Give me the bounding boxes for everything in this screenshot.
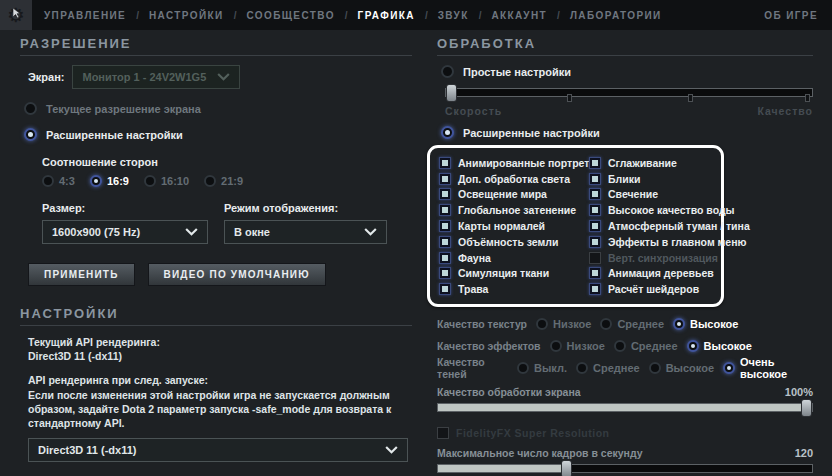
checkbox-row[interactable]: Глобальное затенение: [439, 202, 589, 218]
radio-selected-icon[interactable]: [723, 362, 735, 374]
tab-community[interactable]: СООБЩЕСТВО: [246, 10, 334, 21]
radio-unselected-icon[interactable]: [536, 318, 548, 330]
option-label: Высокое: [666, 362, 714, 374]
checkbox-checked-icon[interactable]: [439, 267, 451, 279]
checkbox-row[interactable]: Свечение: [589, 187, 724, 203]
checkbox-checked-icon[interactable]: [439, 157, 451, 169]
checkbox-label: Эффекты в главном меню: [608, 236, 747, 248]
checkbox-row[interactable]: Фауна: [439, 250, 589, 266]
slider-handle[interactable]: [446, 84, 457, 102]
max-fps-slider[interactable]: [437, 464, 813, 473]
simple-quality-slider[interactable]: [445, 88, 813, 97]
option-high[interactable]: Высокое: [673, 318, 738, 330]
radio-unselected-icon[interactable]: [550, 340, 562, 352]
radio-unselected-icon[interactable]: [144, 175, 156, 187]
tab-options[interactable]: НАСТРОЙКИ: [149, 10, 224, 21]
tab-about[interactable]: ОБ ИГРЕ: [764, 10, 818, 21]
radio-selected-icon[interactable]: [687, 340, 699, 352]
slider-handle[interactable]: [561, 460, 572, 476]
settings-section-title: НАСТРОЙКИ: [20, 306, 412, 326]
checkbox-checked-icon[interactable]: [439, 204, 451, 216]
tab-control[interactable]: УПРАВЛЕНИЕ: [44, 10, 126, 21]
nav-separator: /: [136, 10, 139, 21]
checkbox-row[interactable]: Трава: [439, 281, 589, 297]
checkbox-row[interactable]: Высокое качество воды: [589, 202, 724, 218]
advanced-settings-radio-row[interactable]: Расширенные настройки: [20, 128, 412, 141]
tab-sound[interactable]: ЗВУК: [438, 10, 469, 21]
default-video-button[interactable]: ВИДЕО ПО УМОЛЧАНИЮ: [148, 263, 326, 286]
size-dropdown[interactable]: 1600x900 (75 Hz): [42, 220, 208, 244]
radio-unselected-icon[interactable]: [614, 340, 626, 352]
radio-unselected-icon[interactable]: [517, 362, 529, 374]
aspect-21-9[interactable]: 21:9: [204, 175, 243, 187]
aspect-16-9[interactable]: 16:9: [90, 175, 129, 187]
option-medium[interactable]: Среднее: [600, 318, 664, 330]
simple-quality-slider-block: Скорость Качество: [445, 88, 813, 117]
checkbox-row[interactable]: Атмосферный туман / тина: [589, 218, 724, 234]
checkbox-row[interactable]: Блики: [589, 171, 724, 187]
screen-quality-slider[interactable]: [437, 403, 813, 412]
radio-unselected-icon[interactable]: [24, 102, 37, 115]
radio-unselected-icon[interactable]: [576, 362, 588, 374]
radio-unselected-icon[interactable]: [600, 318, 612, 330]
checkbox-label: Фауна: [458, 252, 491, 264]
option-medium[interactable]: Среднее: [576, 362, 640, 374]
option-low[interactable]: Низкое: [550, 340, 605, 352]
option-off[interactable]: Выкл.: [517, 362, 567, 374]
tab-graphics[interactable]: ГРАФИКА: [358, 10, 415, 21]
radio-unselected-icon[interactable]: [42, 175, 54, 187]
aspect-16-10[interactable]: 16:10: [144, 175, 189, 187]
slider-handle[interactable]: [801, 399, 812, 417]
radio-unselected-icon[interactable]: [204, 175, 216, 187]
checkbox-row[interactable]: Карты нормалей: [439, 218, 589, 234]
apply-button[interactable]: ПРИМЕНИТЬ: [28, 263, 135, 286]
checkbox-checked-icon[interactable]: [439, 252, 451, 264]
checkbox-checked-icon[interactable]: [589, 188, 601, 200]
radio-selected-icon[interactable]: [673, 318, 685, 330]
checkbox-row[interactable]: Доп. обработка света: [439, 171, 589, 187]
option-high[interactable]: Высокое: [687, 340, 752, 352]
checkbox-row[interactable]: Объёмность земли: [439, 234, 589, 250]
checkbox-checked-icon[interactable]: [439, 236, 451, 248]
checkbox-row[interactable]: Анимированные портреты: [439, 155, 589, 171]
fsr-checkbox-row: FidelityFX Super Resolution: [437, 425, 813, 441]
checkbox-row[interactable]: Анимация деревьев: [589, 265, 724, 281]
option-very-high[interactable]: Очень высокое: [723, 356, 813, 380]
aspect-4-3[interactable]: 4:3: [42, 175, 75, 187]
checkbox-checked-icon[interactable]: [589, 236, 601, 248]
option-label: Высокое: [704, 340, 752, 352]
checkbox-row[interactable]: Сглаживание: [589, 155, 724, 171]
advanced-rendering-radio-row[interactable]: Расширенные настройки: [437, 126, 813, 139]
radio-selected-icon[interactable]: [441, 126, 454, 139]
option-low[interactable]: Низкое: [536, 318, 591, 330]
checkbox-row[interactable]: Симуляция ткани: [439, 265, 589, 281]
checkbox-checked-icon[interactable]: [589, 220, 601, 232]
checkbox-checked-icon[interactable]: [589, 157, 601, 169]
radio-selected-icon[interactable]: [90, 175, 102, 187]
checkbox-row[interactable]: Расчёт шейдеров: [589, 281, 724, 297]
radio-unselected-icon[interactable]: [649, 362, 661, 374]
checkbox-checked-icon[interactable]: [439, 188, 451, 200]
advanced-rendering-label: Расширенные настройки: [463, 127, 600, 139]
next-api-dropdown[interactable]: Direct3D 11 (-dx11): [28, 438, 408, 462]
checkbox-checked-icon[interactable]: [589, 173, 601, 185]
checkbox-label: Анимация деревьев: [608, 267, 714, 279]
current-resolution-radio-row[interactable]: Текущее разрешение экрана: [20, 102, 412, 115]
option-high[interactable]: Высокое: [649, 362, 714, 374]
display-mode-dropdown[interactable]: В окне: [224, 220, 387, 244]
checkbox-checked-icon[interactable]: [439, 220, 451, 232]
checkbox-checked-icon[interactable]: [589, 283, 601, 295]
checkbox-checked-icon[interactable]: [439, 173, 451, 185]
checkbox-row[interactable]: Эффекты в главном меню: [589, 234, 724, 250]
checkbox-row[interactable]: Освещение мира: [439, 187, 589, 203]
radio-unselected-icon[interactable]: [441, 65, 454, 78]
option-medium[interactable]: Среднее: [614, 340, 678, 352]
tab-labs[interactable]: ЛАБОРАТОРИИ: [570, 10, 662, 21]
checkbox-checked-icon[interactable]: [589, 267, 601, 279]
settings-gear-tile[interactable]: ⚙: [0, 0, 32, 30]
radio-selected-icon[interactable]: [24, 128, 37, 141]
simple-settings-radio-row[interactable]: Простые настройки: [437, 65, 813, 78]
checkbox-checked-icon[interactable]: [589, 204, 601, 216]
checkbox-checked-icon[interactable]: [439, 283, 451, 295]
tab-account[interactable]: АККАУНТ: [491, 10, 547, 21]
